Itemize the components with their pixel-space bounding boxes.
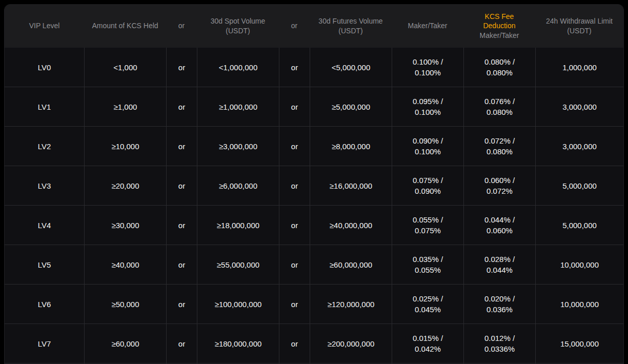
cell-maker-taker: 0.090% / 0.100% (392, 127, 463, 166)
cell-value: 0.090% / 0.100% (404, 135, 452, 157)
cell-value: ≥1,000 (114, 102, 137, 112)
cell-value: ≥6,000,000 (219, 180, 257, 191)
cell-kcs-fee-deduction: 0.076% / 0.080% (463, 87, 535, 126)
cell-futures-volume: ≥200,000,000 (310, 324, 392, 363)
cell-value: LV6 (38, 299, 51, 310)
cell-or-1: or (166, 206, 197, 245)
cell-vip-level: LV1 (5, 87, 84, 126)
cell-futures-volume: ≥60,000,000 (310, 245, 392, 284)
table-row: LV5≥40,000or≥55,000,000or≥60,000,0000.03… (5, 245, 623, 284)
cell-or-1: or (166, 285, 197, 323)
cell-spot-volume: <1,000,000 (197, 48, 279, 87)
cell-vip-level: LV2 (5, 127, 84, 166)
cell-kcs-held: ≥60,000 (84, 324, 166, 363)
table-row: LV7≥60,000or≥180,000,000or≥200,000,0000.… (5, 323, 623, 363)
cell-value: 0.075% / 0.090% (404, 175, 452, 196)
cell-or-2: or (279, 324, 310, 363)
cell-kcs-fee-deduction: 0.072% / 0.080% (463, 127, 535, 166)
cell-maker-taker: 0.095% / 0.100% (392, 87, 463, 126)
header-label: 24h Withdrawal Limit (USDT) (546, 16, 613, 35)
header-label: 30d Spot Volume (USDT) (205, 16, 271, 35)
cell-spot-volume: ≥18,000,000 (197, 206, 279, 245)
table-row: LV1≥1,000or≥1,000,000or≥5,000,0000.095% … (5, 87, 623, 126)
table-row: LV3≥20,000or≥6,000,000or≥16,000,0000.075… (5, 166, 623, 205)
cell-value: LV0 (38, 62, 51, 73)
cell-spot-volume: ≥100,000,000 (197, 285, 279, 323)
cell-withdrawal-limit: 3,000,000 (535, 127, 623, 166)
cell-value: or (291, 180, 298, 191)
cell-value: or (291, 102, 298, 112)
cell-vip-level: LV5 (5, 245, 84, 284)
cell-futures-volume: ≥40,000,000 (310, 206, 392, 245)
cell-value: or (178, 141, 185, 152)
header-label: VIP Level (29, 21, 60, 30)
cell-value: or (178, 338, 185, 349)
cell-withdrawal-limit: 10,000,000 (535, 285, 623, 323)
cell-value: or (178, 220, 185, 231)
cell-kcs-fee-deduction: 0.012% / 0.0336% (463, 324, 535, 363)
cell-value: <1,000,000 (219, 62, 258, 73)
header-kcs-held: Amount of KCS Held (84, 4, 166, 48)
cell-value: 0.028% / 0.044% (476, 254, 523, 275)
cell-value: 10,000,000 (560, 299, 599, 310)
cell-value: 0.100% / 0.100% (404, 56, 452, 78)
header-kcs-fee-deduction: KCS Fee Deduction Maker/Taker (463, 4, 535, 48)
table-header-row: VIP Level Amount of KCS Held or 30d Spot… (5, 4, 623, 48)
cell-or-2: or (279, 87, 310, 126)
cell-value: ≥120,000,000 (328, 299, 375, 310)
cell-withdrawal-limit: 5,000,000 (535, 206, 623, 245)
header-label: 30d Futures Volume (USDT) (317, 16, 384, 35)
cell-kcs-fee-deduction: 0.020% / 0.036% (463, 285, 535, 323)
header-label: Amount of KCS Held (92, 21, 158, 30)
cell-value: 0.035% / 0.055% (404, 254, 452, 275)
cell-spot-volume: ≥55,000,000 (197, 245, 279, 284)
cell-value: ≥18,000,000 (217, 220, 259, 231)
cell-value: ≥40,000,000 (330, 220, 372, 231)
cell-value: ≥10,000 (111, 141, 139, 152)
cell-vip-level: LV0 (5, 48, 84, 87)
cell-value: 0.020% / 0.036% (476, 293, 523, 315)
cell-or-1: or (166, 87, 197, 126)
cell-spot-volume: ≥3,000,000 (197, 127, 279, 166)
cell-value: ≥40,000 (111, 259, 139, 270)
cell-or-2: or (279, 206, 310, 245)
cell-value: 0.055% / 0.075% (404, 214, 452, 236)
cell-value: ≥30,000 (111, 220, 139, 231)
table-row: LV0<1,000or<1,000,000or<5,000,0000.100% … (5, 48, 623, 87)
cell-value: 0.060% / 0.072% (476, 175, 523, 196)
cell-maker-taker: 0.075% / 0.090% (392, 166, 463, 205)
cell-kcs-fee-deduction: 0.028% / 0.044% (463, 245, 535, 284)
header-label: Maker/Taker (479, 31, 519, 40)
cell-kcs-fee-deduction: 0.080% / 0.080% (463, 48, 535, 87)
cell-value: 5,000,000 (562, 220, 597, 231)
cell-kcs-held: ≥20,000 (84, 166, 166, 205)
cell-value: ≥8,000,000 (332, 141, 370, 152)
cell-value: or (291, 259, 298, 270)
cell-value: <5,000,000 (332, 62, 371, 73)
cell-futures-volume: ≥5,000,000 (310, 87, 392, 126)
table-body: LV0<1,000or<1,000,000or<5,000,0000.100% … (5, 48, 623, 364)
cell-value: or (178, 62, 185, 73)
cell-or-2: or (279, 127, 310, 166)
cell-vip-level: LV7 (5, 324, 84, 363)
cell-value: 10,000,000 (560, 259, 599, 270)
cell-futures-volume: ≥16,000,000 (310, 166, 392, 205)
cell-value: 5,000,000 (562, 180, 597, 191)
cell-value: or (291, 299, 298, 310)
cell-maker-taker: 0.035% / 0.055% (392, 245, 463, 284)
cell-value: 0.015% / 0.042% (404, 333, 452, 354)
cell-value: ≥5,000,000 (332, 102, 370, 112)
cell-value: or (291, 141, 298, 152)
cell-value: ≥1,000,000 (219, 102, 257, 112)
cell-value: or (291, 220, 298, 231)
cell-value: or (178, 180, 185, 191)
cell-or-2: or (279, 245, 310, 284)
cell-or-1: or (166, 48, 197, 87)
cell-value: ≥3,000,000 (219, 141, 257, 152)
cell-withdrawal-limit: 1,000,000 (535, 48, 623, 87)
cell-value: ≥60,000 (111, 338, 139, 349)
cell-value: 1,000,000 (562, 62, 597, 73)
cell-value: ≥55,000,000 (217, 259, 259, 270)
header-maker-taker: Maker/Taker (392, 4, 463, 48)
cell-value: ≥60,000,000 (330, 259, 372, 270)
